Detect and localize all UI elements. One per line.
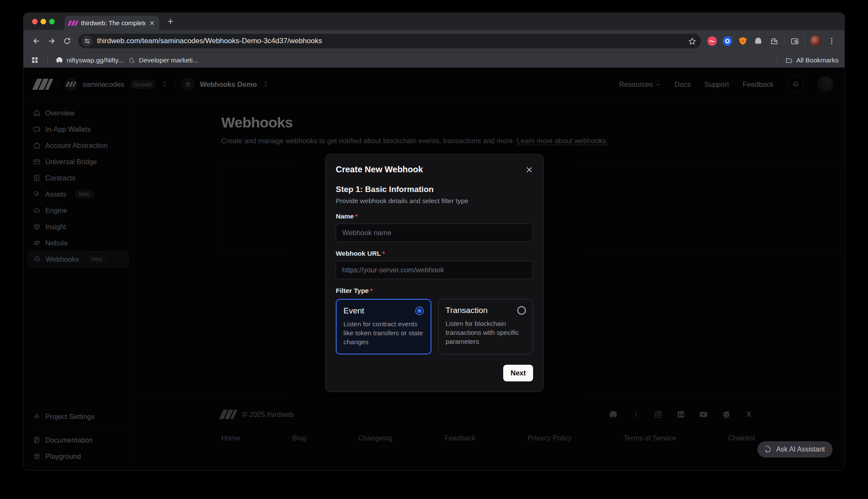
bookmarks-separator xyxy=(47,56,48,65)
bookmark-label: Developer marketi... xyxy=(139,56,198,64)
required-marker: * xyxy=(370,287,372,294)
bookmark-niftyswap[interactable]: niftyswap.gg/Nifty... xyxy=(56,56,123,64)
tab-close-icon[interactable] xyxy=(149,20,155,26)
all-bookmarks-button[interactable]: All Bookmarks xyxy=(785,56,839,64)
github-icon xyxy=(56,56,63,64)
name-label: Name* xyxy=(336,213,533,220)
crescent-icon xyxy=(129,57,135,64)
filter-option-description: Listen for contract events like token tr… xyxy=(343,320,424,347)
address-bar[interactable]: thirdweb.com/team/saminacodes/Webhooks-D… xyxy=(78,34,701,48)
browser-window: thirdweb: The complete web3 thirdweb.com xyxy=(23,13,845,470)
side-panel-icon[interactable] xyxy=(787,33,802,49)
reload-icon[interactable] xyxy=(59,33,75,49)
next-button[interactable]: Next xyxy=(503,365,533,381)
modal-title: Create New Webhook xyxy=(336,165,423,174)
forward-icon[interactable] xyxy=(44,33,59,49)
thirdweb-favicon xyxy=(69,21,77,26)
bookmark-developer-marketing[interactable]: Developer marketi... xyxy=(129,56,198,64)
create-webhook-modal: Create New Webhook Step 1: Basic Informa… xyxy=(325,154,544,392)
browser-tab[interactable]: thirdweb: The complete web3 xyxy=(65,16,159,30)
chrome-menu-icon[interactable] xyxy=(824,33,839,49)
filter-option-title: Event xyxy=(343,306,364,316)
webhook-url-label: Webhook URL* xyxy=(336,250,533,257)
extension-blue-icon[interactable] xyxy=(722,35,733,47)
tab-title: thirdweb: The complete web3 xyxy=(81,19,146,27)
browser-toolbar: thirdweb.com/team/saminacodes/Webhooks-D… xyxy=(23,30,845,52)
metamask-icon[interactable] xyxy=(737,35,748,47)
all-bookmarks-label: All Bookmarks xyxy=(796,56,839,64)
bookmark-star-icon[interactable] xyxy=(686,33,698,49)
chat-bubble-icon xyxy=(765,446,772,453)
extensions-puzzle-icon[interactable] xyxy=(768,35,779,47)
filter-option-title: Transaction xyxy=(446,306,488,315)
filter-type-label: Filter Type* xyxy=(336,287,533,295)
required-marker: * xyxy=(382,250,385,257)
new-tab-button[interactable] xyxy=(166,17,175,26)
toolbar-separator xyxy=(784,36,784,46)
url-text[interactable]: thirdweb.com/team/saminacodes/Webhooks-D… xyxy=(97,37,681,45)
extension-red-icon[interactable] xyxy=(707,35,718,47)
filter-option-transaction[interactable]: Transaction Listen for blockchain transa… xyxy=(438,299,533,354)
window-controls xyxy=(32,19,55,24)
folder-icon xyxy=(785,56,793,64)
bookmarks-bar: niftyswap.gg/Nifty... Developer marketi.… xyxy=(23,52,845,68)
step-subtitle: Provide webhook details and select filte… xyxy=(336,197,533,205)
required-marker: * xyxy=(355,213,358,220)
filter-option-description: Listen for blockchain transactions with … xyxy=(446,319,526,346)
maximize-window-button[interactable] xyxy=(49,19,55,24)
back-icon[interactable] xyxy=(29,33,44,49)
minimize-window-button[interactable] xyxy=(41,19,46,24)
close-window-button[interactable] xyxy=(32,19,38,24)
chrome-profile-avatar[interactable] xyxy=(810,35,821,47)
apps-grid-icon[interactable] xyxy=(29,55,40,65)
bookmark-label: niftyswap.gg/Nifty... xyxy=(67,56,123,64)
tab-strip: thirdweb: The complete web3 xyxy=(23,13,845,30)
close-icon[interactable] xyxy=(525,166,533,174)
filter-option-event[interactable]: Event Listen for contract events like to… xyxy=(336,299,431,354)
ask-ai-assistant-button[interactable]: Ask AI Assistant xyxy=(757,441,833,458)
webhook-name-input[interactable] xyxy=(336,224,533,242)
toolbar-separator xyxy=(805,36,805,46)
bookmarks-separator xyxy=(777,56,777,65)
step-title: Step 1: Basic Information xyxy=(336,185,533,194)
site-settings-icon[interactable] xyxy=(82,35,93,47)
radio-unselected-icon[interactable] xyxy=(517,306,526,315)
phantom-icon[interactable] xyxy=(753,35,764,47)
webhook-url-input[interactable] xyxy=(336,261,533,279)
radio-selected-icon[interactable] xyxy=(415,307,424,315)
